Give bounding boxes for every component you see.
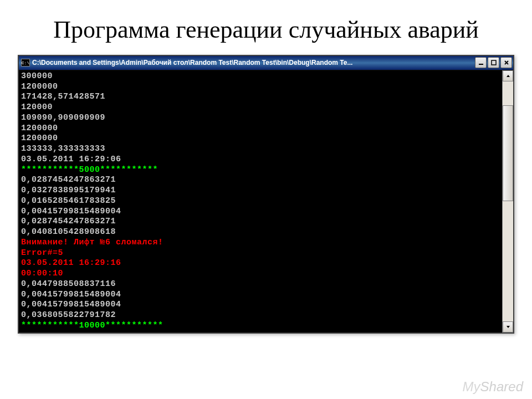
window-controls bbox=[475, 57, 512, 68]
console-line: 0,0165285461783825 bbox=[21, 196, 500, 207]
scroll-up-button[interactable] bbox=[503, 70, 513, 81]
scroll-thumb[interactable] bbox=[503, 105, 513, 201]
console-line: 0,0408105428908618 bbox=[21, 227, 500, 238]
watermark: MyShared bbox=[463, 379, 523, 395]
maximize-button[interactable] bbox=[488, 57, 499, 68]
console-line: Error#=5 bbox=[21, 248, 500, 259]
svg-rect-0 bbox=[479, 64, 483, 65]
minimize-button[interactable] bbox=[475, 57, 487, 68]
scroll-down-button[interactable] bbox=[503, 321, 513, 332]
close-icon bbox=[504, 60, 509, 65]
svg-rect-1 bbox=[492, 60, 496, 65]
vertical-scrollbar[interactable] bbox=[502, 70, 513, 332]
console-line: 0,0447988508837116 bbox=[21, 279, 500, 290]
console-line: 1200000 bbox=[21, 124, 500, 134]
console-line: 0,00415799815489004 bbox=[21, 300, 500, 310]
console-line: Внимание! Лифт №6 сломался! bbox=[21, 238, 500, 248]
scroll-track[interactable] bbox=[503, 81, 513, 321]
maximize-icon bbox=[491, 60, 497, 65]
console-line: 03.05.2011 16:29:16 bbox=[21, 258, 500, 269]
watermark-part2: Shared bbox=[480, 379, 523, 394]
console-line: 0,0368055822791782 bbox=[21, 310, 500, 321]
window-title: C:\Documents and Settings\Admin\Рабочий … bbox=[32, 59, 475, 66]
console-line: 120000 bbox=[21, 103, 500, 113]
console-line: 133333,333333333 bbox=[21, 144, 500, 155]
cmd-icon: C:\ bbox=[21, 59, 30, 66]
window-titlebar[interactable]: C:\ C:\Documents and Settings\Admin\Рабо… bbox=[19, 56, 513, 70]
watermark-part1: My bbox=[463, 379, 480, 394]
console-line: ***********5000*********** bbox=[21, 165, 500, 176]
console-line: 0,0287454247863271 bbox=[21, 175, 500, 186]
console-line: 00:00:10 bbox=[21, 269, 500, 279]
chevron-down-icon bbox=[506, 325, 510, 329]
console-line: 0,00415799815489004 bbox=[21, 207, 500, 217]
console-window: C:\ C:\Documents and Settings\Admin\Рабо… bbox=[18, 55, 514, 334]
minimize-icon bbox=[478, 60, 484, 65]
console-body: 3000001200000171428,57142857112000010909… bbox=[19, 70, 513, 332]
console-line: 0,0327838995179941 bbox=[21, 186, 500, 196]
console-line: 171428,571428571 bbox=[21, 92, 500, 103]
console-line: 1200000 bbox=[21, 134, 500, 144]
console-line: 1200000 bbox=[21, 82, 500, 93]
console-line: ***********10000*********** bbox=[21, 321, 500, 331]
console-line: 03.05.2011 16:29:06 bbox=[21, 155, 500, 165]
chevron-up-icon bbox=[506, 74, 510, 78]
console-line: 0,00415799815489004 bbox=[21, 290, 500, 300]
slide-title: Программа генерации случайных аварий bbox=[0, 0, 532, 55]
console-line: 109090,909090909 bbox=[21, 113, 500, 124]
close-button[interactable] bbox=[500, 57, 512, 68]
console-output[interactable]: 3000001200000171428,57142857112000010909… bbox=[19, 70, 502, 332]
console-line: 300000 bbox=[21, 71, 500, 82]
console-line: 0,0287454247863271 bbox=[21, 217, 500, 227]
